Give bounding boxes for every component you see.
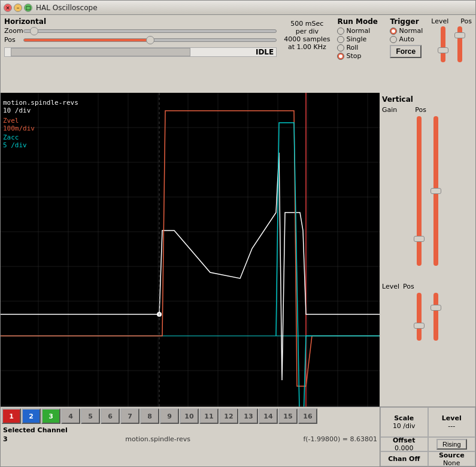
run-mode-section: Run Mode Normal Single Roll Stop xyxy=(337,17,385,60)
zoom-handle[interactable] xyxy=(30,27,38,35)
pos-handle[interactable] xyxy=(146,36,154,44)
channel-13-button[interactable]: 13 xyxy=(239,408,258,424)
trigger-normal-radio[interactable] xyxy=(390,28,397,35)
gain-slider-container xyxy=(417,116,422,278)
force-button[interactable]: Force xyxy=(390,45,422,58)
channel-4-button[interactable]: 4 xyxy=(61,408,80,424)
trig-pos-right[interactable] xyxy=(433,293,438,341)
top-controls: Horizontal Zoom Pos IDLE 500 mSec per d xyxy=(1,15,475,93)
bottom-right-panel: Scale 10 /div Level --- Offset 0.000 Ris… xyxy=(380,407,475,466)
channel-7-button[interactable]: 7 xyxy=(120,408,140,424)
pos-slider[interactable] xyxy=(23,38,277,42)
trig-level-right[interactable] xyxy=(417,293,422,341)
run-stop-label: Stop xyxy=(346,52,361,60)
sample-rate: 500 mSec xyxy=(290,20,323,28)
offset-label: Offset xyxy=(393,436,416,444)
chan-off-label: Chan Off xyxy=(388,455,420,463)
channel-1-button[interactable]: 1 xyxy=(2,408,21,424)
channel-11-button[interactable]: 11 xyxy=(199,408,219,424)
offset-rising-row: Offset 0.000 Rising xyxy=(380,437,475,452)
right-panel: Vertical Gain Pos xyxy=(380,93,475,407)
close-button[interactable]: × xyxy=(4,4,12,12)
trig-level-label-side: Level xyxy=(382,283,399,290)
scale-cell: Scale 10 /div xyxy=(380,407,428,437)
vert-pos-slider[interactable] xyxy=(433,116,438,266)
trigger-normal-option[interactable]: Normal xyxy=(390,27,423,35)
run-roll-radio[interactable] xyxy=(337,44,344,51)
chan-source-row: Chan Off Source None xyxy=(380,451,475,466)
selected-ch-name: motion.spindle-revs xyxy=(13,435,303,443)
scope-area: motion.spindle-revs 10 /div Zvel 100m/di… xyxy=(1,93,475,407)
ch1-name: motion.spindle-revs xyxy=(3,99,78,107)
gain-label: Gain xyxy=(382,106,397,114)
run-mode-label: Run Mode xyxy=(337,17,385,26)
ch1-scale: 10 /div xyxy=(3,107,78,114)
gain-slider[interactable] xyxy=(417,116,422,266)
trigger-level-handle[interactable] xyxy=(438,47,448,53)
channel-5-button[interactable]: 5 xyxy=(81,408,100,424)
main-window: × – □ HAL Oscilloscope Horizontal Zoom P… xyxy=(0,0,476,467)
channel-12-button[interactable]: 12 xyxy=(219,408,238,424)
scale-level-row: Scale 10 /div Level --- xyxy=(380,407,475,437)
trigger-auto-label: Auto xyxy=(399,35,414,43)
channel-6-button[interactable]: 6 xyxy=(101,408,120,424)
source-value: None xyxy=(443,459,460,467)
trigger-auto-radio[interactable] xyxy=(390,36,397,43)
samples-count: 4000 samples xyxy=(284,35,330,43)
maximize-button[interactable]: □ xyxy=(24,4,32,12)
horizontal-section: Horizontal Zoom Pos IDLE xyxy=(4,17,277,57)
channel-labels: motion.spindle-revs 10 /div Zvel 100m/di… xyxy=(3,99,78,149)
level-label: Level xyxy=(442,414,462,422)
trigger-pos-slider[interactable] xyxy=(457,26,462,62)
scrollbar[interactable]: IDLE xyxy=(4,47,277,57)
channel-15-button[interactable]: 15 xyxy=(278,408,298,424)
run-single-option[interactable]: Single xyxy=(337,35,385,43)
channel-8-button[interactable]: 8 xyxy=(140,408,159,424)
source-cell: Source None xyxy=(428,451,476,466)
per-div-label: per div xyxy=(296,28,319,35)
scale-label: Scale xyxy=(394,414,414,422)
run-stop-option[interactable]: Stop xyxy=(337,52,385,60)
run-normal-label: Normal xyxy=(346,27,370,35)
scrollbar-thumb[interactable] xyxy=(11,48,190,56)
trigger-normal-label: Normal xyxy=(399,27,423,35)
trig-level-right-handle[interactable] xyxy=(414,323,425,329)
level-cell: Level --- xyxy=(428,407,476,437)
run-roll-option[interactable]: Roll xyxy=(337,44,385,51)
trigger-section: Trigger Normal Auto Force L xyxy=(390,17,472,62)
channel-10-button[interactable]: 10 xyxy=(180,408,199,424)
channel-14-button[interactable]: 14 xyxy=(259,408,278,424)
at-freq: at 1.00 KHz xyxy=(288,43,326,51)
channel-3-button[interactable]: 3 xyxy=(41,408,60,424)
trig-pos-label-side: Pos xyxy=(403,283,414,290)
trigger-level-label: Level xyxy=(431,17,448,25)
channel-16-button[interactable]: 16 xyxy=(298,408,317,424)
trig-pos-right-handle[interactable] xyxy=(430,305,441,311)
horizontal-label: Horizontal xyxy=(4,17,277,26)
channel-2-button[interactable]: 2 xyxy=(22,408,41,424)
trigger-level-slider[interactable] xyxy=(441,26,445,62)
gain-handle[interactable] xyxy=(414,236,425,242)
run-normal-radio[interactable] xyxy=(337,28,344,35)
channel-9-button[interactable]: 9 xyxy=(160,408,179,424)
run-normal-option[interactable]: Normal xyxy=(337,27,385,35)
trigger-auto-option[interactable]: Auto xyxy=(390,35,423,43)
run-single-radio[interactable] xyxy=(337,36,344,43)
offset-cell: Offset 0.000 xyxy=(380,437,428,452)
vertical-sliders xyxy=(382,116,473,278)
window-title: HAL Oscilloscope xyxy=(36,4,98,12)
channel-formula: f(-1.99800) = 8.63801 xyxy=(303,435,377,443)
trigger-pos-label: Pos xyxy=(460,17,472,25)
vert-pos-handle[interactable] xyxy=(430,188,441,194)
rising-cell: Rising xyxy=(428,437,476,452)
selected-channel-label: Selected Channel xyxy=(1,425,380,435)
channel-info-row: 3 motion.spindle-revs f(-1.99800) = 8.63… xyxy=(1,435,380,443)
trigger-pos-handle[interactable] xyxy=(454,32,465,38)
chan-cell: Chan Off xyxy=(380,451,428,466)
vert-pos-label: Pos xyxy=(415,106,426,114)
run-stop-radio[interactable] xyxy=(337,53,344,60)
offset-value: 0.000 xyxy=(395,444,414,452)
minimize-button[interactable]: – xyxy=(14,4,22,12)
rising-button[interactable]: Rising xyxy=(436,439,467,450)
zoom-slider[interactable] xyxy=(23,29,277,33)
